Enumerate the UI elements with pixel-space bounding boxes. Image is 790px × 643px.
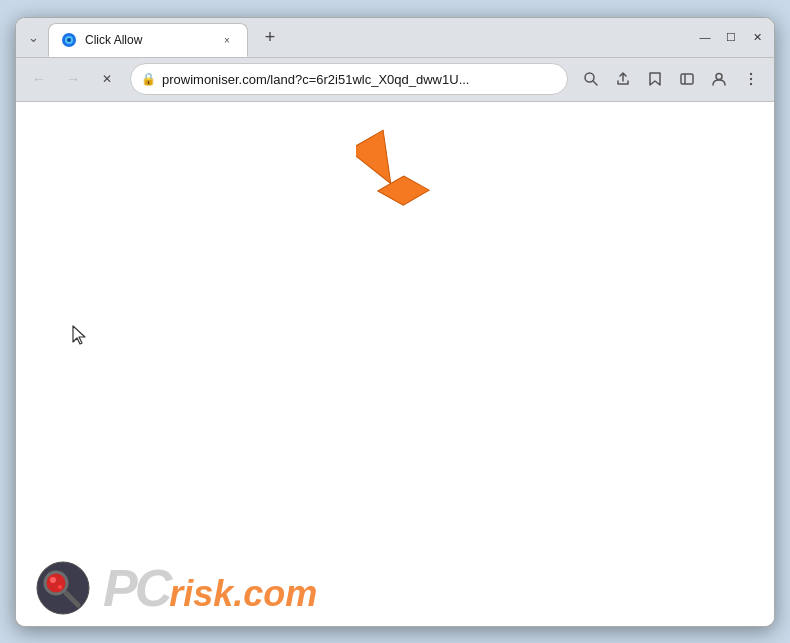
search-icon — [583, 71, 599, 87]
window-controls: — ☐ ✕ — [696, 28, 766, 46]
maximize-button[interactable]: ☐ — [722, 28, 740, 46]
svg-point-11 — [750, 83, 752, 85]
close-button[interactable]: ✕ — [748, 28, 766, 46]
pcrisk-logo — [36, 561, 91, 616]
page-content: PC risk.com — [16, 102, 774, 626]
cursor-icon — [71, 324, 89, 346]
svg-point-17 — [58, 585, 62, 589]
svg-point-8 — [716, 74, 722, 80]
address-text: prowimoniser.com/land?c=6r2i51wlc_X0qd_d… — [162, 72, 557, 87]
search-button[interactable] — [576, 64, 606, 94]
watermark-text: PC risk.com — [103, 562, 317, 614]
lock-icon: 🔒 — [141, 72, 156, 86]
back-button[interactable]: ← — [24, 64, 54, 94]
active-tab[interactable]: Click Allow × — [48, 23, 248, 57]
toolbar-icons — [576, 64, 766, 94]
watermark: PC risk.com — [36, 561, 317, 616]
sidebar-button[interactable] — [672, 64, 702, 94]
browser-window: ⌄ Click Allow × + — ☐ ✕ ← → ✕ 🔒 prowimon… — [15, 17, 775, 627]
title-bar: ⌄ Click Allow × + — ☐ ✕ — [16, 18, 774, 58]
svg-point-2 — [67, 38, 71, 42]
watermark-pc: PC — [103, 562, 169, 614]
arrow-indicator — [356, 117, 441, 211]
toolbar: ← → ✕ 🔒 prowimoniser.com/land?c=6r2i51wl… — [16, 58, 774, 102]
menu-button[interactable] — [736, 64, 766, 94]
svg-point-16 — [50, 577, 56, 583]
profile-icon — [711, 71, 727, 87]
svg-rect-6 — [681, 74, 693, 84]
share-icon — [615, 71, 631, 87]
mouse-cursor — [71, 324, 89, 351]
address-bar[interactable]: 🔒 prowimoniser.com/land?c=6r2i51wlc_X0qd… — [130, 63, 568, 95]
sidebar-icon — [679, 71, 695, 87]
new-tab-button[interactable]: + — [256, 23, 284, 51]
share-button[interactable] — [608, 64, 638, 94]
orange-arrow-svg — [356, 117, 441, 207]
minimize-button[interactable]: — — [696, 28, 714, 46]
svg-point-10 — [750, 78, 752, 80]
tab-close-button[interactable]: × — [219, 32, 235, 48]
tab-title: Click Allow — [85, 33, 211, 47]
forward-button[interactable]: → — [58, 64, 88, 94]
profile-button[interactable] — [704, 64, 734, 94]
tab-favicon — [61, 32, 77, 48]
svg-line-4 — [593, 81, 597, 85]
svg-marker-13 — [73, 326, 85, 344]
reload-button[interactable]: ✕ — [92, 64, 122, 94]
watermark-risk: risk.com — [169, 576, 317, 612]
svg-point-9 — [750, 73, 752, 75]
svg-marker-5 — [650, 73, 660, 85]
svg-marker-12 — [356, 125, 429, 207]
bookmark-button[interactable] — [640, 64, 670, 94]
bookmark-icon — [647, 71, 663, 87]
tab-dropdown-icon[interactable]: ⌄ — [24, 28, 42, 46]
menu-icon — [743, 71, 759, 87]
